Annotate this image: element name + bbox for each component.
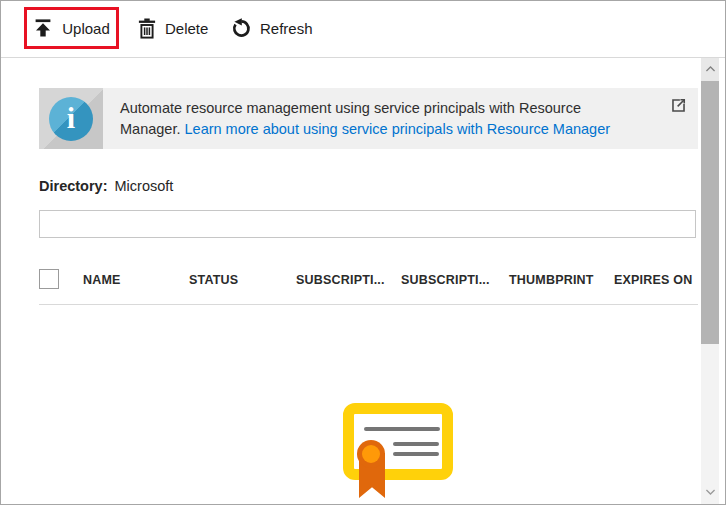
chevron-up-icon [704, 61, 717, 79]
external-link-icon[interactable] [670, 97, 687, 114]
banner-message-line1: Automate resource management using servi… [120, 100, 581, 116]
vertical-scrollbar [701, 58, 719, 504]
column-header-status: STATUS [189, 273, 238, 287]
select-all-checkbox[interactable] [39, 269, 59, 289]
delete-label: Delete [165, 20, 208, 37]
directory-label: Directory: [39, 178, 108, 194]
delete-icon [138, 18, 156, 39]
column-header-thumbprint: THUMBPRINT [509, 273, 594, 287]
scrollbar-up-button[interactable] [701, 58, 719, 81]
refresh-icon [231, 18, 251, 38]
table-header-divider [39, 304, 698, 305]
certificates-page: Upload Delete [0, 0, 726, 505]
certificate-text-line [393, 442, 439, 446]
filter-input[interactable] [39, 210, 696, 238]
scrollbar-thumb[interactable] [701, 81, 719, 344]
toolbar: Upload Delete [1, 1, 725, 58]
info-circle-glyph: i [49, 97, 93, 141]
certificate-ribbon-seal-center [362, 445, 380, 463]
certificate-text-line [393, 452, 439, 456]
chevron-down-icon [704, 484, 717, 502]
certificate-text-line [364, 427, 440, 431]
column-header-expires-on: EXPIRES ON [614, 273, 692, 287]
banner-message-line2: Manager. [120, 121, 180, 137]
column-header-subscription1: SUBSCRIPTI... [296, 273, 385, 287]
learn-more-link[interactable]: Learn more about using service principal… [185, 121, 611, 137]
info-banner: i Automate resource management using ser… [39, 88, 698, 149]
upload-button[interactable]: Upload [33, 18, 110, 38]
directory-row: Directory:Microsoft [39, 178, 173, 194]
scrollbar-down-button[interactable] [701, 481, 719, 504]
column-header-name: NAME [83, 273, 121, 287]
column-header-subscription2: SUBSCRIPTI... [401, 273, 490, 287]
info-icon: i [39, 88, 103, 149]
upload-icon [33, 18, 53, 38]
delete-button[interactable]: Delete [138, 18, 208, 39]
annotation-highlight-box: Upload [24, 7, 119, 49]
banner-message: Automate resource management using servi… [120, 98, 665, 140]
upload-label: Upload [62, 20, 110, 37]
refresh-button[interactable]: Refresh [231, 18, 313, 38]
directory-value: Microsoft [115, 178, 174, 194]
refresh-label: Refresh [260, 20, 313, 37]
